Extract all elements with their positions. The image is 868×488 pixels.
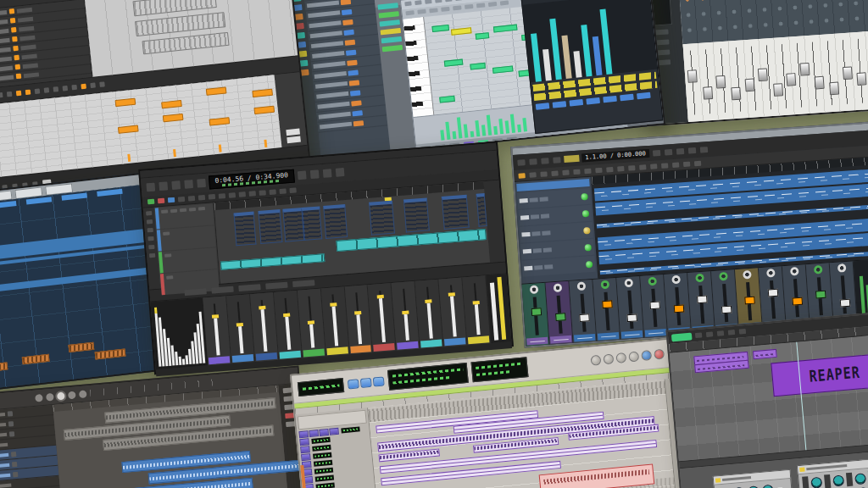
- fader-cap[interactable]: [815, 291, 826, 299]
- middle-chip[interactable]: [292, 280, 314, 287]
- middle-chip[interactable]: [184, 288, 206, 296]
- transport-button[interactable]: [184, 180, 193, 189]
- toolbar-button[interactable]: [417, 9, 426, 14]
- play-button[interactable]: [641, 350, 652, 361]
- midi-note[interactable]: [253, 106, 275, 114]
- track-chip[interactable]: [163, 231, 170, 236]
- midi-note[interactable]: [431, 25, 449, 32]
- transport-button[interactable]: [35, 393, 43, 402]
- track-lanes[interactable]: [592, 157, 868, 278]
- channel-label[interactable]: [569, 99, 583, 107]
- track-button-orange[interactable]: [16, 74, 22, 80]
- tool-button[interactable]: [219, 193, 225, 199]
- fader[interactable]: [332, 307, 339, 347]
- tool-button[interactable]: [639, 164, 646, 170]
- plugin-knob[interactable]: [854, 473, 866, 485]
- plugin-slider[interactable]: [824, 474, 831, 488]
- track-button-orange[interactable]: [9, 8, 15, 14]
- green-tab[interactable]: [671, 332, 693, 341]
- track-chip[interactable]: [180, 208, 186, 213]
- column-header[interactable]: [0, 201, 16, 208]
- column-header[interactable]: [26, 197, 52, 204]
- pan-knob[interactable]: [553, 284, 562, 293]
- middle-chip[interactable]: [238, 284, 260, 291]
- tool-button[interactable]: [650, 164, 657, 169]
- record-led[interactable]: [583, 226, 591, 234]
- fader-cap[interactable]: [626, 313, 637, 322]
- toolbar-button[interactable]: [739, 329, 746, 335]
- midi-note[interactable]: [118, 125, 139, 133]
- record-button[interactable]: [654, 349, 665, 360]
- tool-button[interactable]: [249, 191, 256, 197]
- mode-button[interactable]: [360, 377, 372, 387]
- fader-cap[interactable]: [839, 299, 850, 308]
- toolbar-button[interactable]: [699, 147, 707, 153]
- track-button[interactable]: [300, 446, 310, 453]
- fader[interactable]: [403, 314, 409, 341]
- editor-button[interactable]: [7, 92, 13, 97]
- pan-knob[interactable]: [743, 270, 752, 280]
- toolbar-button[interactable]: [429, 8, 437, 13]
- midi-note[interactable]: [492, 65, 514, 73]
- tool-button[interactable]: [683, 161, 690, 167]
- channel-label[interactable]: [620, 94, 634, 102]
- tool-button[interactable]: [229, 192, 236, 198]
- pan-knob[interactable]: [576, 282, 586, 291]
- fader-cap[interactable]: [744, 297, 755, 305]
- clip-chip[interactable]: [378, 11, 398, 18]
- transport-button[interactable]: [46, 392, 54, 401]
- toolbar-button[interactable]: [500, 1, 509, 6]
- column-header[interactable]: [97, 189, 122, 197]
- tool-icon[interactable]: [146, 211, 152, 216]
- toolbar-button[interactable]: [405, 10, 414, 15]
- toolbar-button[interactable]: [687, 147, 695, 154]
- velocity-tick[interactable]: [264, 140, 267, 147]
- panel-button[interactable]: [286, 129, 300, 136]
- audio-strip[interactable]: [220, 253, 326, 270]
- midi-clip[interactable]: [258, 209, 282, 244]
- pan-knob[interactable]: [789, 267, 798, 276]
- transport-button[interactable]: [146, 183, 155, 192]
- track-control-chip[interactable]: [533, 248, 542, 253]
- fader[interactable]: [214, 318, 220, 355]
- midi-clip[interactable]: [403, 197, 430, 232]
- middle-chip[interactable]: [211, 286, 233, 294]
- midi-note[interactable]: [206, 86, 227, 95]
- track-chip[interactable]: [8, 421, 14, 427]
- fader-cap[interactable]: [792, 297, 803, 306]
- fader-cap[interactable]: [602, 300, 613, 308]
- toolbar-button[interactable]: [706, 331, 713, 337]
- editor-button[interactable]: [71, 85, 77, 91]
- transport-button[interactable]: [79, 390, 87, 398]
- track-control-chip[interactable]: [542, 230, 550, 236]
- tool-icon[interactable]: [148, 245, 154, 250]
- orange-clip[interactable]: [95, 349, 126, 360]
- clip-chip[interactable]: [381, 28, 401, 35]
- panel-button[interactable]: [287, 136, 301, 144]
- track-area[interactable]: REAPER: [670, 334, 868, 462]
- midi-note[interactable]: [209, 117, 231, 125]
- titlebar-button[interactable]: [404, 1, 411, 6]
- fader-cap[interactable]: [649, 301, 660, 309]
- fader[interactable]: [474, 304, 480, 335]
- track-chip[interactable]: [166, 275, 173, 280]
- editor-button[interactable]: [53, 86, 59, 92]
- track-button[interactable]: [309, 430, 319, 437]
- fader[interactable]: [356, 314, 362, 344]
- tool-button[interactable]: [606, 166, 613, 172]
- tool-button[interactable]: [562, 169, 569, 175]
- pan-knob[interactable]: [719, 272, 728, 281]
- editor-button-orange[interactable]: [81, 84, 86, 90]
- fader[interactable]: [309, 324, 314, 347]
- midi-note-selected[interactable]: [451, 27, 472, 35]
- plugin-knob[interactable]: [810, 476, 822, 488]
- editor-button-orange[interactable]: [25, 90, 31, 96]
- track-control-chip[interactable]: [531, 214, 539, 219]
- pan-knob[interactable]: [695, 274, 704, 283]
- track-control-chip[interactable]: [543, 247, 552, 252]
- pan-knob[interactable]: [671, 275, 681, 285]
- playhead[interactable]: [796, 342, 806, 451]
- clip-chip[interactable]: [381, 36, 402, 43]
- track-button[interactable]: [329, 428, 339, 435]
- pan-knob[interactable]: [648, 277, 657, 286]
